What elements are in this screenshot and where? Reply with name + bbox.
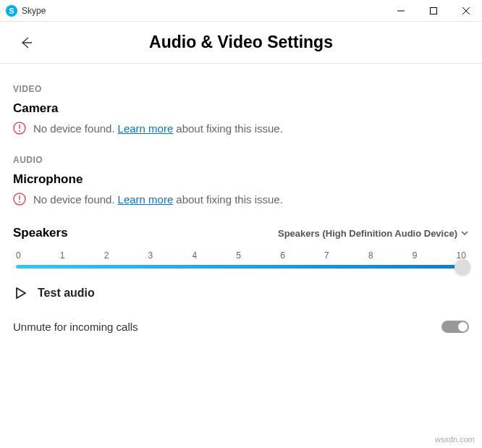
camera-warning-prefix: No device found. — [33, 122, 115, 135]
maximize-icon — [430, 7, 437, 14]
close-icon — [462, 7, 470, 14]
back-arrow-icon — [20, 36, 33, 49]
watermark: wsxdn.com — [435, 435, 475, 444]
app-title: Skype — [22, 6, 46, 16]
unmute-label: Unmute for incoming calls — [13, 321, 138, 333]
tick: 4 — [192, 250, 197, 261]
skype-logo-icon: S — [6, 5, 17, 17]
volume-slider[interactable] — [13, 265, 469, 269]
tick: 5 — [236, 250, 241, 261]
page-header: Audio & Video Settings — [0, 22, 482, 64]
microphone-heading: Microphone — [13, 172, 469, 187]
warning-icon — [13, 122, 26, 135]
speakers-heading: Speakers — [13, 226, 68, 240]
tick: 0 — [16, 250, 21, 261]
play-icon — [13, 286, 28, 300]
microphone-warning-prefix: No device found. — [33, 193, 115, 206]
minimize-button[interactable] — [384, 0, 417, 22]
minimize-icon — [397, 7, 405, 14]
test-audio-button[interactable]: Test audio — [13, 286, 469, 300]
svg-point-2 — [19, 130, 20, 132]
slider-track — [16, 265, 466, 269]
speakers-row: Speakers Speakers (High Definition Audio… — [13, 226, 469, 240]
slider-tick-labels: 0 1 2 3 4 5 6 7 8 9 10 — [13, 250, 469, 265]
warning-icon — [13, 193, 26, 206]
tick: 9 — [413, 250, 418, 261]
camera-heading: Camera — [13, 101, 469, 116]
tick: 2 — [104, 250, 109, 261]
audio-section-label: AUDIO — [13, 155, 469, 165]
page-title: Audio & Video Settings — [0, 33, 482, 52]
window-titlebar: S Skype — [0, 0, 482, 22]
microphone-warning-suffix: about fixing this issue. — [176, 193, 283, 206]
tick: 1 — [60, 250, 65, 261]
microphone-warning: No device found. Learn more about fixing… — [13, 193, 469, 206]
svg-point-4 — [19, 201, 20, 203]
unmute-toggle[interactable] — [441, 321, 469, 333]
titlebar-left: S Skype — [0, 5, 46, 17]
camera-warning-suffix: about fixing this issue. — [176, 122, 283, 135]
back-button[interactable] — [14, 31, 38, 54]
toggle-knob — [458, 322, 468, 331]
video-section-label: VIDEO — [13, 84, 469, 94]
camera-warning: No device found. Learn more about fixing… — [13, 122, 469, 135]
speakers-device-select[interactable]: Speakers (High Definition Audio Device) — [278, 228, 469, 239]
window-controls — [384, 0, 482, 22]
tick: 7 — [324, 250, 329, 261]
camera-learn-more-link[interactable]: Learn more — [118, 122, 174, 135]
unmute-row: Unmute for incoming calls — [13, 321, 469, 333]
chevron-down-icon — [460, 229, 469, 237]
tick: 8 — [368, 250, 373, 261]
test-audio-label: Test audio — [38, 287, 95, 300]
maximize-button[interactable] — [417, 0, 449, 22]
microphone-learn-more-link[interactable]: Learn more — [118, 193, 174, 206]
close-button[interactable] — [449, 0, 482, 22]
svg-rect-0 — [430, 7, 436, 14]
tick: 6 — [280, 250, 285, 261]
tick: 3 — [148, 250, 153, 261]
content: VIDEO Camera No device found. Learn more… — [0, 64, 482, 333]
speakers-device-label: Speakers (High Definition Audio Device) — [278, 228, 457, 239]
slider-thumb[interactable] — [454, 259, 470, 275]
